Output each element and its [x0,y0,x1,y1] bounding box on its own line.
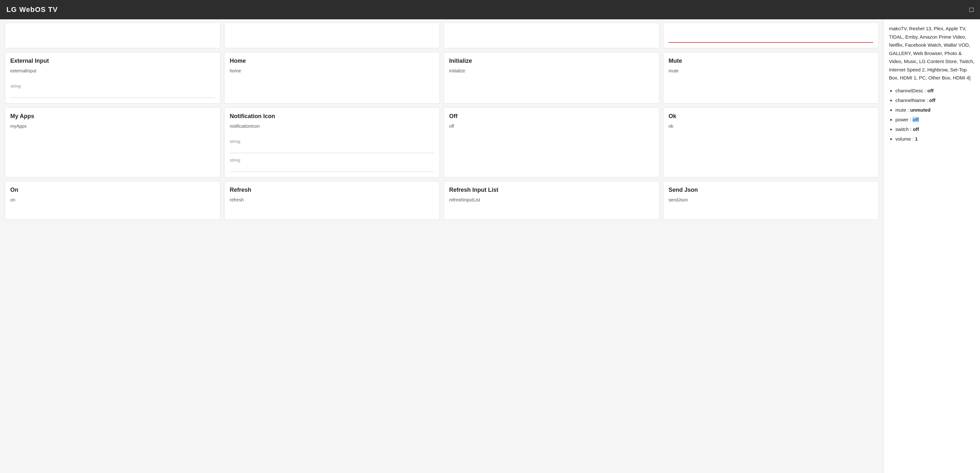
card-my-apps-key: myApps [10,124,215,129]
sidebar-key-mute: mute [896,107,906,113]
sidebar-val-mute: unmuted [910,107,931,113]
card-refresh-input-list-title: Refresh Input List [449,186,654,193]
card-send-json: Send Json sendJson [663,181,879,220]
sidebar-val-channel-name: off [929,97,935,103]
card-mute-top [663,22,879,48]
card-refresh-input-list: Refresh Input List refreshInputList [444,181,659,220]
card-initialize-top [444,22,659,48]
card-off-title: Off [449,113,654,120]
card-off: Off off [444,107,659,177]
card-external-input-label: string: [10,84,215,89]
sidebar-val-switch: off [913,126,919,132]
card-external-input-key: externalInput [10,68,215,73]
card-mute-title: Mute [668,57,873,64]
card-home-key: home [230,68,434,73]
grid-area: External Input externalInput string: Hom… [0,19,883,473]
card-my-apps: My Apps myApps [5,107,220,177]
card-home-top [224,22,440,48]
card-notification-icon: Notification Icon notificationIcon strin… [224,107,440,177]
card-ok-key: ok [668,124,873,129]
card-refresh-key: refresh [230,197,434,202]
card-initialize-title: Initialize [449,57,654,64]
card-refresh-title: Refresh [230,186,434,193]
card-initialize: Initialize initialize [444,52,659,104]
sidebar: makoTV, Reshet 13, Plex, Apple TV, TIDAL… [883,19,980,473]
sidebar-item-power: power : off [896,115,975,124]
sidebar-item-channel-desc: channelDesc : off [896,86,975,96]
sidebar-val-power: off [912,117,918,122]
card-ok-title: Ok [668,113,873,120]
sidebar-key-channel-desc: channelDesc [896,88,923,93]
card-on-key: on [10,197,215,202]
sidebar-val-volume: 1 [915,136,918,142]
card-external-input: External Input externalInput string: [5,52,220,104]
card-home-title: Home [230,57,434,64]
card-send-json-title: Send Json [668,186,873,193]
card-off-key: off [449,124,654,129]
card-send-json-key: sendJson [668,197,873,202]
card-refresh-input-list-key: refreshInputList [449,197,654,202]
sidebar-key-switch: switch [896,126,909,132]
card-refresh: Refresh refresh [224,181,440,220]
sidebar-key-channel-name: channelName [896,97,925,103]
sidebar-key-volume: volume [896,136,911,142]
card-external-input-field[interactable] [10,91,215,98]
card-my-apps-title: My Apps [10,113,215,120]
card-notification-icon-label2: string: [230,158,434,162]
sidebar-status-list: channelDesc : off channelName : off mute… [889,86,975,144]
app-header: LG WebOS TV □ [0,0,980,19]
card-initialize-key: initialize [449,68,654,73]
card-mute: Mute mute [663,52,879,104]
sidebar-item-switch: switch : off [896,124,975,134]
card-notification-icon-field1[interactable] [230,147,434,153]
card-mute-key: mute [668,68,873,73]
card-on: On on [5,181,220,220]
card-home: Home home [224,52,440,104]
cards-grid: External Input externalInput string: Hom… [5,22,879,220]
card-notification-icon-key: notificationIcon [230,124,434,129]
chat-icon[interactable]: □ [969,5,974,14]
card-external-input-title: External Input [10,57,215,64]
card-external-input-top [5,22,220,48]
card-notification-icon-title: Notification Icon [230,113,434,120]
card-on-title: On [10,186,215,193]
card-notification-icon-label1: string: [230,139,434,144]
sidebar-val-channel-desc: off [927,88,933,93]
sidebar-intro-text: makoTV, Reshet 13, Plex, Apple TV, TIDAL… [889,24,975,82]
sidebar-key-power: power [896,117,908,122]
mute-top-input[interactable] [668,36,873,43]
card-notification-icon-field2[interactable] [230,165,434,172]
sidebar-item-channel-name: channelName : off [896,96,975,105]
main-layout: External Input externalInput string: Hom… [0,19,980,473]
sidebar-item-volume: volume : 1 [896,134,975,144]
app-title: LG WebOS TV [6,5,58,14]
sidebar-item-mute: mute : unmuted [896,105,975,115]
card-ok: Ok ok [663,107,879,177]
